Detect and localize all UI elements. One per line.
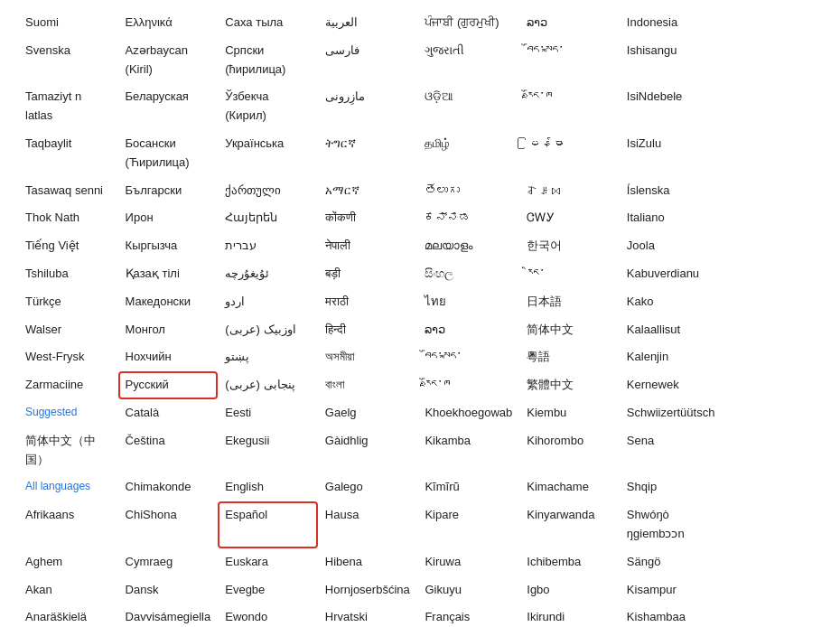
lang-cell[interactable]: बड़ी [318, 260, 418, 288]
lang-cell[interactable]: မြန်မာ [519, 130, 620, 177]
lang-cell[interactable]: IsiNdebele [620, 83, 723, 130]
lang-cell[interactable]: Gàidhlig [318, 427, 418, 474]
lang-cell[interactable]: Монгол [118, 316, 219, 344]
lang-cell[interactable]: Català [118, 399, 219, 427]
lang-cell[interactable]: پښتو [218, 343, 318, 371]
lang-cell[interactable]: རྫོང་ཁ [519, 83, 620, 130]
lang-cell[interactable]: Español [218, 501, 318, 548]
lang-cell[interactable]: Kipare [417, 501, 519, 548]
lang-cell[interactable]: Ekegusii [218, 427, 318, 474]
lang-cell[interactable]: ਪੰਜਾਬੀ (ਗੁਰਮੁਖੀ) [417, 9, 519, 37]
lang-cell[interactable]: Ирон [118, 204, 219, 232]
lang-cell[interactable]: Français [417, 604, 519, 627]
lang-cell[interactable]: ລາວ [417, 316, 519, 344]
lang-cell[interactable]: Tshiluba [18, 260, 118, 288]
lang-cell[interactable]: नेपाली [318, 232, 418, 260]
lang-cell[interactable]: Қазақ тілі [118, 260, 219, 288]
lang-cell[interactable]: Sängö [620, 548, 723, 576]
lang-cell[interactable]: Kinyarwanda [519, 501, 620, 548]
lang-cell[interactable]: العربية [318, 9, 418, 37]
lang-cell[interactable]: Ikirundi [519, 604, 620, 627]
lang-cell[interactable]: Kiruwa [417, 548, 519, 576]
lang-cell[interactable]: Kikamba [417, 427, 519, 474]
lang-cell[interactable]: Tamaziyt n latlas [18, 83, 118, 130]
lang-cell[interactable]: Dansk [118, 576, 219, 604]
lang-cell[interactable]: Thok Nath [18, 204, 118, 232]
lang-cell[interactable]: አማርኛ [318, 177, 418, 205]
lang-cell[interactable]: Kishambaa [620, 604, 723, 627]
lang-cell[interactable]: Čeština [118, 427, 219, 474]
lang-cell[interactable]: Македонски [118, 288, 219, 316]
lang-cell[interactable]: Русский [118, 371, 219, 399]
lang-cell[interactable]: Schwiizertüütsch [620, 399, 723, 427]
lang-cell[interactable]: తెలుగు [417, 177, 519, 205]
lang-cell[interactable]: West-Frysk [18, 343, 118, 371]
lang-cell[interactable]: Sena [620, 427, 723, 474]
lang-cell[interactable]: עברית [218, 232, 318, 260]
lang-cell[interactable]: 한국어 [519, 232, 620, 260]
lang-cell[interactable]: Evegbe [218, 576, 318, 604]
lang-cell[interactable]: Kihorombo [519, 427, 620, 474]
lang-cell[interactable]: ಕನ್ನಡ [417, 204, 519, 232]
lang-cell[interactable]: ไทย [417, 288, 519, 316]
lang-cell[interactable]: اوزبیک (عربی) [218, 316, 318, 344]
lang-cell[interactable]: ქართული [218, 177, 318, 205]
lang-cell[interactable]: Ewondo [218, 604, 318, 627]
lang-cell[interactable]: བོད་སྐད་ [417, 343, 519, 371]
lang-cell[interactable]: Suomi [18, 9, 118, 37]
lang-cell[interactable]: Türkçe [18, 288, 118, 316]
lang-cell[interactable]: Walser [18, 316, 118, 344]
lang-cell[interactable]: Zarmaciine [18, 371, 118, 399]
lang-cell[interactable]: ئۇيغۇرچە [218, 260, 318, 288]
lang-cell[interactable]: IsiZulu [620, 130, 723, 177]
lang-cell[interactable]: Kalaallisut [620, 316, 723, 344]
lang-cell[interactable]: 日本語 [519, 288, 620, 316]
lang-cell[interactable]: 粵語 [519, 343, 620, 371]
lang-cell[interactable]: Azərbaycan (Kiril) [118, 37, 219, 84]
lang-cell[interactable]: Ελληνικά [118, 9, 219, 37]
lang-cell[interactable]: مازِرونی [318, 83, 418, 130]
lang-cell[interactable]: മലയാളം [417, 232, 519, 260]
lang-cell[interactable]: Afrikaans [18, 501, 118, 548]
lang-cell[interactable]: ગુજરાતી [417, 37, 519, 84]
lang-cell[interactable]: 繁體中文 [519, 371, 620, 399]
lang-cell[interactable]: Italiano [620, 204, 723, 232]
lang-cell[interactable]: Kisampur [620, 576, 723, 604]
lang-cell[interactable]: සිංහල [417, 260, 519, 288]
lang-cell[interactable]: Босански (Ћирилица) [118, 130, 219, 177]
lang-cell[interactable]: پنجابی (عربی) [218, 371, 318, 399]
lang-cell[interactable]: ChiShona [118, 501, 219, 548]
lang-cell[interactable]: Ishisangu [620, 37, 723, 84]
lang-cell[interactable]: Cymraeg [118, 548, 219, 576]
lang-cell[interactable]: Svenska [18, 37, 118, 84]
lang-cell[interactable]: Нохчийн [118, 343, 219, 371]
lang-cell[interactable]: Akan [18, 576, 118, 604]
lang-cell[interactable]: རིང་ [519, 260, 620, 288]
lang-cell[interactable]: Български [118, 177, 219, 205]
lang-cell[interactable]: 简体中文 [519, 316, 620, 344]
lang-cell[interactable]: ትግርኛ [318, 130, 418, 177]
lang-cell[interactable]: Eesti [218, 399, 318, 427]
lang-cell[interactable]: Hornjoserbšćina [318, 576, 418, 604]
lang-cell[interactable]: ꆈꌠꉙ [519, 177, 620, 205]
lang-cell[interactable]: कोंकणी [318, 204, 418, 232]
lang-cell[interactable]: Kabuverdianu [620, 260, 723, 288]
lang-cell[interactable]: Indonesia [620, 9, 723, 37]
lang-cell[interactable]: Anaräškielä [18, 604, 118, 627]
lang-cell[interactable]: Kĩmĩrũ [417, 473, 519, 501]
lang-cell[interactable]: Հայերեն [218, 204, 318, 232]
lang-cell[interactable]: Hibena [318, 548, 418, 576]
lang-cell[interactable]: தமிழ் [417, 130, 519, 177]
lang-cell[interactable]: Српски (ћирилица) [218, 37, 318, 84]
lang-cell[interactable]: བོད་སྐད་ [519, 37, 620, 84]
lang-cell[interactable]: Kiembu [519, 399, 620, 427]
lang-cell[interactable]: Aghem [18, 548, 118, 576]
lang-cell[interactable]: Gikuyu [417, 576, 519, 604]
lang-cell[interactable]: Shqip [620, 473, 723, 501]
lang-cell[interactable]: Chimakonde [118, 473, 219, 501]
lang-cell[interactable]: Igbo [519, 576, 620, 604]
lang-cell[interactable]: Hrvatski [318, 604, 418, 627]
lang-cell[interactable]: Tasawaq senni [18, 177, 118, 205]
lang-cell[interactable]: All languages [18, 473, 118, 501]
lang-cell[interactable]: Euskara [218, 548, 318, 576]
